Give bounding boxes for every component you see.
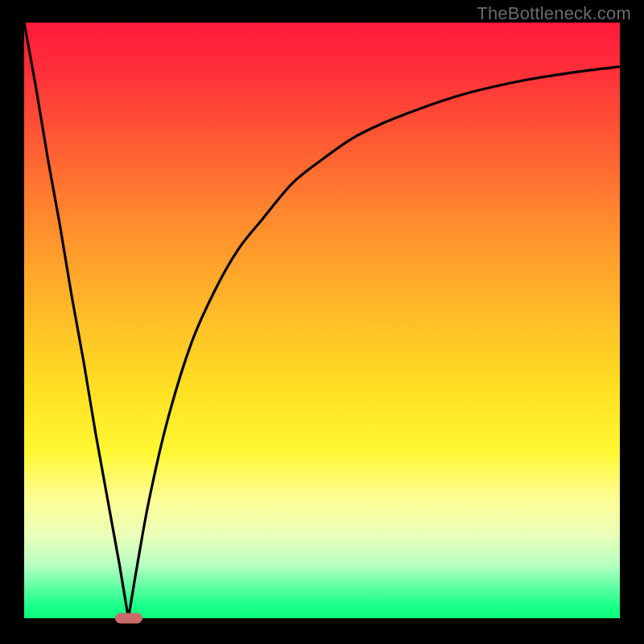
chart-plot-area (24, 23, 620, 618)
watermark-text: TheBottleneck.com (477, 3, 631, 24)
minimum-marker (115, 613, 142, 624)
bottleneck-curve (24, 23, 620, 618)
